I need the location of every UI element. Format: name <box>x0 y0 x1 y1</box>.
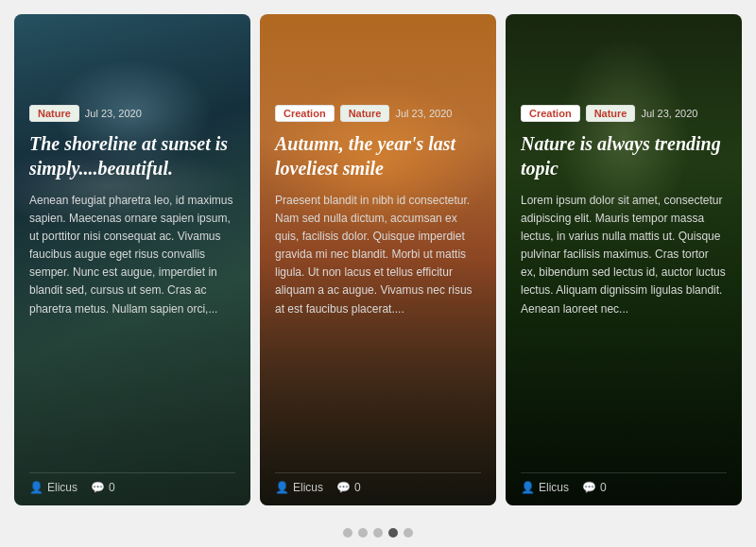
card-2-body: Praesent blandit in nibh id consectetur.… <box>275 192 481 461</box>
card-3-date: Jul 23, 2020 <box>641 108 697 119</box>
card-1-author-name: Elicus <box>47 481 77 494</box>
user-icon: 👤 <box>29 481 43 494</box>
card-3-tags: CreationNatureJul 23, 2020 <box>521 105 727 122</box>
user-icon: 👤 <box>275 481 289 494</box>
card-1-comments: 💬0 <box>91 481 115 494</box>
dot-5[interactable] <box>404 528 413 538</box>
card-2-comments: 💬0 <box>336 481 361 494</box>
card-1-body: Aenean feugiat pharetra leo, id maximus … <box>29 192 235 461</box>
card-3-author: 👤Elicus <box>521 481 569 494</box>
card-3-footer: 👤Elicus💬0 <box>521 472 727 494</box>
card-3: CreationNatureJul 23, 2020Nature is alwa… <box>506 14 742 505</box>
user-icon: 👤 <box>521 481 535 494</box>
card-2-comment-count: 0 <box>354 481 361 494</box>
card-2: CreationNatureJul 23, 2020Autumn, the ye… <box>260 14 496 505</box>
card-3-comment-count: 0 <box>600 481 607 494</box>
dot-4[interactable] <box>388 528 398 538</box>
card-2-author-name: Elicus <box>293 481 323 494</box>
card-2-date: Jul 23, 2020 <box>395 108 452 119</box>
tag-creation-3[interactable]: Creation <box>521 105 580 122</box>
card-1-tags: NatureJul 23, 2020 <box>29 105 235 122</box>
tag-nature-2[interactable]: Nature <box>340 105 390 122</box>
card-1-author: 👤Elicus <box>29 481 77 494</box>
card-1-footer: 👤Elicus💬0 <box>29 472 235 494</box>
card-1-comment-count: 0 <box>109 481 115 494</box>
dot-1[interactable] <box>343 528 352 538</box>
comment-icon: 💬 <box>336 481 351 494</box>
pagination-dots <box>343 528 413 538</box>
card-3-body: Lorem ipsum dolor sit amet, consectetur … <box>521 192 727 461</box>
card-2-title: Autumn, the year's last loveliest smile <box>275 131 481 180</box>
dot-2[interactable] <box>358 528 368 538</box>
card-1: NatureJul 23, 2020The shoreline at sunse… <box>14 14 250 505</box>
card-2-footer: 👤Elicus💬0 <box>275 472 481 494</box>
card-3-title: Nature is always trending topic <box>521 131 727 180</box>
card-2-tags: CreationNatureJul 23, 2020 <box>275 105 481 122</box>
cards-container: NatureJul 23, 2020The shoreline at sunse… <box>0 3 756 524</box>
card-3-author-name: Elicus <box>539 481 569 494</box>
dot-3[interactable] <box>373 528 383 538</box>
tag-nature-1[interactable]: Nature <box>29 105 79 122</box>
card-1-date: Jul 23, 2020 <box>85 108 142 119</box>
card-3-comments: 💬0 <box>582 481 607 494</box>
card-2-author: 👤Elicus <box>275 481 323 494</box>
comment-icon: 💬 <box>91 481 105 494</box>
tag-nature-3[interactable]: Nature <box>586 105 636 122</box>
card-1-title: The shoreline at sunset is simply....bea… <box>29 131 235 180</box>
comment-icon: 💬 <box>582 481 596 494</box>
tag-creation-2[interactable]: Creation <box>275 105 335 122</box>
